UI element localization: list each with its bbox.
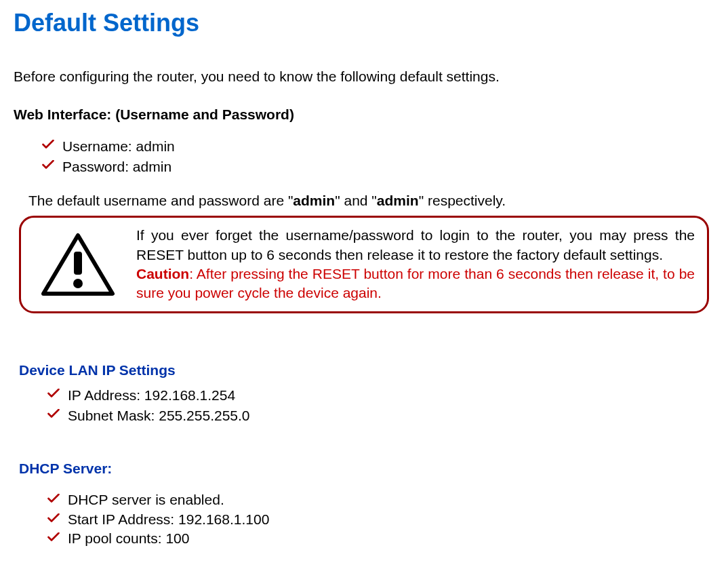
note-text: " respectively. [419, 193, 506, 208]
web-interface-heading: Web Interface: (Username and Password) [14, 105, 714, 124]
list-item: IP pool counts: 100 [19, 529, 714, 548]
list-item: Subnet Mask: 255.255.255.0 [19, 406, 714, 425]
list-item: Start IP Address: 192.168.1.100 [19, 510, 714, 529]
page-title: Default Settings [14, 7, 714, 40]
note-text: The default username and password are " [28, 193, 293, 208]
callout-body: If you ever forget the username/password… [136, 227, 695, 262]
lan-list: IP Address: 192.168.1.254 Subnet Mask: 2… [19, 385, 714, 425]
lan-heading: Device LAN IP Settings [19, 361, 714, 380]
svg-rect-1 [74, 252, 82, 275]
note-bold: admin [377, 193, 419, 208]
dhcp-list: DHCP server is enabled. Start IP Address… [19, 490, 714, 548]
intro-text: Before configuring the router, you need … [14, 67, 714, 86]
svg-point-2 [73, 279, 83, 288]
warning-callout: If you ever forget the username/password… [19, 216, 709, 313]
callout-text: If you ever forget the username/password… [136, 226, 695, 302]
list-item: DHCP server is enabled. [19, 490, 714, 509]
dhcp-heading: DHCP Server: [19, 459, 714, 478]
note-text: " and " [335, 193, 377, 208]
list-item: IP Address: 192.168.1.254 [19, 385, 714, 405]
default-credentials-note: The default username and password are "a… [28, 191, 714, 210]
list-item: Password: admin [14, 157, 714, 176]
warning-icon [31, 233, 125, 297]
note-bold: admin [293, 193, 335, 208]
list-item: Username: admin [14, 136, 714, 156]
caution-label: Caution [136, 266, 189, 281]
web-interface-list: Username: admin Password: admin [14, 136, 714, 176]
caution-body: : After pressing the RESET button for mo… [136, 266, 695, 300]
